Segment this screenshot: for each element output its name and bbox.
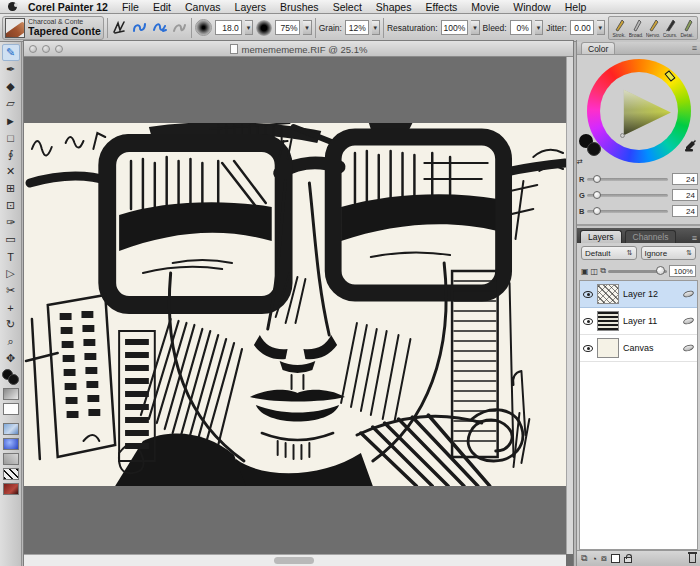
- bleed-dropdown[interactable]: ▾: [535, 20, 543, 35]
- text-tool[interactable]: T: [2, 248, 20, 265]
- opacity-field[interactable]: 75%: [275, 20, 300, 35]
- visibility-eye-icon[interactable]: [583, 291, 593, 298]
- brush-size-field[interactable]: 18.0: [215, 20, 242, 35]
- freehand-stroke-icon[interactable]: [111, 19, 128, 37]
- eraser-tool[interactable]: ▱: [2, 95, 20, 112]
- dynamic-plugins-icon[interactable]: ◔: [591, 554, 596, 564]
- canvas-artwork[interactable]: [24, 123, 568, 486]
- magic-wand-tool[interactable]: ✕: [2, 163, 20, 180]
- document-titlebar[interactable]: mememememe.RIF @ 25.1%: [24, 41, 573, 57]
- clone-stroke-icon[interactable]: [171, 19, 188, 37]
- blue-slider[interactable]: [587, 210, 668, 213]
- loop-stroke-icon[interactable]: [151, 19, 168, 37]
- transform-tool[interactable]: ⊡: [2, 197, 20, 214]
- layer-opacity-value[interactable]: 100%: [669, 265, 696, 277]
- resaturation-field[interactable]: 100%: [441, 20, 469, 35]
- lasso-tool[interactable]: ∮: [2, 146, 20, 163]
- horizontal-scrollbar[interactable]: [24, 554, 566, 566]
- tab-layers[interactable]: Layers: [580, 230, 622, 243]
- dropper-icon[interactable]: [684, 138, 696, 156]
- grabber-tool[interactable]: ✥: [2, 350, 20, 367]
- pattern2-selector[interactable]: [3, 453, 19, 465]
- menu-layers[interactable]: Layers: [228, 1, 274, 13]
- composite-method-select[interactable]: Default ⇅: [581, 246, 637, 260]
- blue-slider-knob[interactable]: [593, 207, 601, 215]
- blue-value[interactable]: 24: [672, 205, 698, 217]
- layer-link-icon[interactable]: ⧉: [600, 266, 606, 276]
- close-button[interactable]: [29, 45, 37, 53]
- menu-effects[interactable]: Effects: [418, 1, 464, 13]
- brush-shortcut-5[interactable]: Detai.: [679, 18, 695, 38]
- shape-select-tool[interactable]: ▷: [2, 265, 20, 282]
- nozzle-selector[interactable]: [3, 483, 19, 495]
- straight-line-stroke-icon[interactable]: [131, 19, 148, 37]
- brush-selector[interactable]: Charcoal & Conte Tapered Conte: [2, 16, 104, 40]
- weave-selector[interactable]: [3, 468, 19, 480]
- zoom-button[interactable]: [55, 45, 63, 53]
- layer-row[interactable]: Canvas: [580, 335, 697, 362]
- layer-opacity-knob[interactable]: [656, 266, 665, 275]
- jitter-field[interactable]: 0.00: [570, 20, 594, 35]
- pattern-selector[interactable]: [3, 403, 19, 415]
- crop-tool[interactable]: ⊞: [2, 180, 20, 197]
- jitter-dropdown[interactable]: ▾: [597, 20, 605, 35]
- apple-icon[interactable]: [8, 2, 17, 11]
- menu-select[interactable]: Select: [326, 1, 369, 13]
- dab-preview-icon[interactable]: [195, 19, 212, 36]
- brush-size-dropdown[interactable]: ▾: [245, 20, 253, 35]
- magnifier-tool[interactable]: ⌕: [2, 333, 20, 350]
- add-point-tool[interactable]: +: [2, 299, 20, 316]
- menu-file[interactable]: File: [115, 1, 146, 13]
- red-slider-knob[interactable]: [593, 175, 601, 183]
- brush-tool[interactable]: ✎: [2, 44, 20, 61]
- color-tab[interactable]: Color: [581, 42, 615, 54]
- grain-dropdown[interactable]: ▾: [372, 20, 380, 35]
- red-value[interactable]: 24: [672, 173, 698, 185]
- green-value[interactable]: 24: [672, 189, 698, 201]
- color-panel-swatches[interactable]: [579, 134, 603, 158]
- lock-layer-icon[interactable]: [624, 557, 632, 563]
- grain-field[interactable]: 12%: [345, 20, 369, 35]
- paper-selector[interactable]: [3, 423, 19, 435]
- opacity-dropdown[interactable]: ▾: [303, 20, 311, 35]
- swap-colors-icon[interactable]: ⇄: [577, 158, 583, 166]
- brush-shortcut-4[interactable]: Cours.: [662, 18, 678, 38]
- menu-canvas[interactable]: Canvas: [178, 1, 228, 13]
- gradient-ball-selector[interactable]: [3, 438, 19, 450]
- paint-bucket-tool[interactable]: ◆: [2, 78, 20, 95]
- layer-row[interactable]: Layer 12: [580, 281, 697, 308]
- menu-window[interactable]: Window: [506, 1, 557, 13]
- pickup-underlying-icon[interactable]: ◫: [591, 267, 599, 276]
- brush-shortcut-3[interactable]: Nervo.: [645, 18, 661, 38]
- green-slider[interactable]: [587, 194, 668, 197]
- minimize-button[interactable]: [42, 45, 50, 53]
- menu-app-name[interactable]: Corel Painter 12: [21, 1, 115, 13]
- delete-layer-icon[interactable]: [689, 554, 696, 563]
- visibility-eye-icon[interactable]: [583, 318, 593, 325]
- resaturation-dropdown[interactable]: ▾: [471, 20, 479, 35]
- new-layer-icon[interactable]: ⧇: [601, 553, 607, 564]
- menu-help[interactable]: Help: [558, 1, 594, 13]
- pen-tool[interactable]: ✑: [2, 214, 20, 231]
- panel-options-icon[interactable]: ≡: [692, 233, 697, 243]
- composite-depth-select[interactable]: Ignore ⇅: [641, 246, 697, 260]
- tab-channels[interactable]: Channels: [625, 230, 677, 243]
- layer-opacity-slider[interactable]: [608, 270, 667, 273]
- horizontal-scrollbar-thumb[interactable]: [274, 557, 314, 564]
- menu-movie[interactable]: Movie: [464, 1, 506, 13]
- layer-adjuster-tool[interactable]: ►: [2, 112, 20, 129]
- new-layer-mask-icon[interactable]: [611, 554, 620, 563]
- panel-options-icon[interactable]: ≡: [692, 43, 697, 53]
- layer-commands-icon[interactable]: ⧉: [581, 553, 587, 564]
- canvas-viewport[interactable]: [24, 57, 573, 566]
- layer-row[interactable]: Layer 11: [580, 308, 697, 335]
- vertical-scrollbar[interactable]: [566, 57, 573, 554]
- brush-shortcut-1[interactable]: Strok.: [611, 18, 627, 38]
- bleed-field[interactable]: 0%: [510, 20, 532, 35]
- preserve-transparency-icon[interactable]: ▣: [581, 267, 589, 276]
- green-slider-knob[interactable]: [593, 191, 601, 199]
- main-color-swatches[interactable]: [2, 369, 20, 385]
- menu-edit[interactable]: Edit: [146, 1, 178, 13]
- visibility-eye-icon[interactable]: [583, 345, 593, 352]
- rect-select-tool[interactable]: □: [2, 129, 20, 146]
